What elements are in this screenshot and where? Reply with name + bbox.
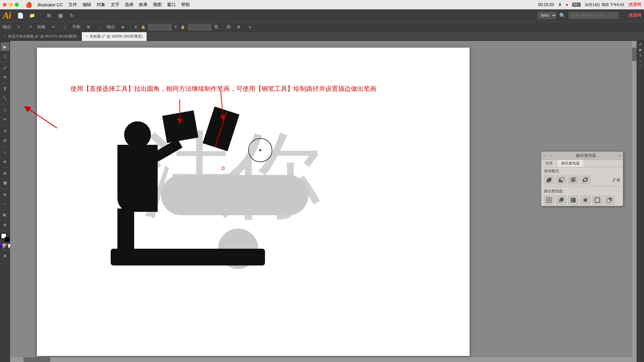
- minimize-window-btn[interactable]: [9, 3, 13, 7]
- fill-stroke-swatches[interactable]: [1, 233, 9, 242]
- stroke-swatch[interactable]: [5, 237, 9, 242]
- intersect-btn[interactable]: [568, 176, 578, 184]
- curvature-tool[interactable]: ≋: [1, 73, 9, 81]
- annotation-text: 使用【直接选择工具】拉出圆角，相同方法继续制作笔画，可使用【钢笔工具】绘制路径并…: [70, 84, 376, 93]
- rotate-tool[interactable]: ↺: [1, 127, 9, 135]
- rotate-btn[interactable]: ↻: [67, 11, 76, 20]
- close-window-btn[interactable]: [3, 3, 7, 7]
- right-panel-btn-4[interactable]: ○: [639, 59, 642, 63]
- v-scrollbar[interactable]: [632, 41, 637, 362]
- measure-tool[interactable]: ↔: [1, 199, 9, 208]
- view-menu[interactable]: 视图: [153, 2, 162, 8]
- toolbar-sep-1: [40, 12, 41, 19]
- record-icon: ●: [566, 2, 568, 7]
- gradient-btn[interactable]: [3, 244, 7, 248]
- v-scrollbar-thumb[interactable]: [632, 48, 637, 61]
- transform-btn[interactable]: ⊞: [234, 23, 243, 32]
- h-scrollbar[interactable]: [10, 357, 637, 362]
- file-menu[interactable]: 文件: [68, 2, 77, 8]
- merge-btn[interactable]: [568, 196, 578, 204]
- app-name-menu[interactable]: Illustrator CC: [38, 2, 63, 7]
- view-mode-btn[interactable]: ▦: [56, 11, 65, 20]
- panel-close-btn[interactable]: ×: [543, 154, 547, 158]
- open-btn[interactable]: 📁: [28, 11, 36, 20]
- window-menu[interactable]: 窗口: [167, 2, 176, 8]
- tool-sep-5: [2, 146, 8, 146]
- outline-btn[interactable]: [592, 196, 602, 204]
- color-btn[interactable]: [0, 244, 2, 248]
- pen-tool[interactable]: 🖊: [1, 63, 9, 72]
- h-scrollbar-thumb[interactable]: [23, 357, 50, 362]
- free-transform-tool[interactable]: ⊕: [1, 157, 9, 166]
- exclude-btn[interactable]: [580, 176, 590, 184]
- direct-select-tool[interactable]: ◻: [1, 52, 9, 60]
- select-tool[interactable]: ▶: [1, 42, 9, 51]
- minus-back-btn[interactable]: [604, 196, 614, 204]
- eyedropper-tool[interactable]: ⊕: [1, 190, 9, 199]
- toolbar-arrow-svg: [10, 48, 70, 135]
- warp-tool[interactable]: ≈: [1, 148, 9, 157]
- artboard-btn[interactable]: ⊞: [45, 11, 53, 20]
- notification-badge[interactable]: 99+: [572, 3, 581, 7]
- panel-tab-pathfinder[interactable]: 路径查找器: [557, 160, 584, 167]
- panel-expand-btn[interactable]: —: [549, 154, 553, 158]
- divide-btn[interactable]: [544, 196, 554, 204]
- tab-0-close[interactable]: ×: [4, 35, 6, 38]
- svg-rect-22: [584, 198, 587, 202]
- tab-1-close[interactable]: ×: [86, 35, 88, 38]
- graph-tool[interactable]: ▦: [1, 178, 9, 187]
- align-btn[interactable]: ≡: [246, 23, 254, 32]
- expand-label[interactable]: 扩展: [613, 178, 620, 183]
- handle-align-btn[interactable]: ↕: [95, 23, 104, 32]
- apple-menu[interactable]: 🍎: [25, 2, 32, 8]
- zoom-out-tool[interactable]: 🔍: [1, 211, 9, 220]
- type-menu[interactable]: 文字: [111, 2, 119, 8]
- right-panel-btn-5[interactable]: □: [639, 64, 642, 68]
- left-toolbar: ▶ ◻ 🖊 ≋ T ╲ □ ✏ ↺ ⇄ ≈ ⊕ ⊞ ▦ ⊕ ↔ 🔍 ⊕: [0, 41, 10, 362]
- tab-1[interactable]: × 未标题-1* @ 1600% (RGB/预览): [82, 32, 147, 41]
- mirror-tool[interactable]: ⇄: [1, 136, 9, 145]
- zoom-in-tool[interactable]: ⊕: [1, 221, 9, 229]
- tab-1-label[interactable]: 未标题-1* @ 1600% (RGB/预览): [90, 34, 143, 39]
- anchor2-label: 锚点:: [107, 24, 116, 30]
- panel-tab-align[interactable]: 对齐: [541, 160, 557, 167]
- x-value-input[interactable]: 317.504 p: [148, 24, 172, 31]
- anchor-remove-btn[interactable]: ◈: [118, 23, 127, 32]
- crop-btn[interactable]: [580, 196, 590, 204]
- minus-front-btn[interactable]: [556, 176, 566, 184]
- anchor-type-btn[interactable]: ↖: [14, 23, 23, 32]
- adobe-search-input[interactable]: [569, 12, 619, 19]
- line-tool[interactable]: ╲: [1, 94, 9, 103]
- corner-type-btn[interactable]: □: [61, 23, 69, 32]
- effect-menu[interactable]: 效果: [139, 2, 148, 8]
- edit-menu[interactable]: 编辑: [83, 2, 91, 8]
- right-panel: A ▶ ≡ ○ □: [637, 41, 644, 362]
- gray-blob-arm: [161, 175, 309, 215]
- tool-sep-1: [2, 62, 8, 62]
- type-tool[interactable]: T: [1, 84, 9, 93]
- artboard-tool[interactable]: ⊞: [1, 251, 9, 260]
- rectangle-tool[interactable]: □: [1, 106, 9, 114]
- new-doc-btn[interactable]: 📄: [16, 11, 25, 20]
- handle-btn[interactable]: ⊞: [84, 23, 93, 32]
- smooth-anchor-btn[interactable]: ↗: [26, 23, 35, 32]
- help-menu[interactable]: 帮助: [181, 2, 190, 8]
- y-value-input[interactable]: 224.17 px: [188, 24, 211, 31]
- canvas-area[interactable]: 法你 使用【直接选择工具】拉出圆角，相同方法继续制作笔画，可使用【钢笔工具】绘制…: [10, 41, 637, 362]
- symbol-tool[interactable]: ⊞: [1, 169, 9, 178]
- tab-0[interactable]: × 标志字体全能备.ai* @ 66.67% (RGB/预览): [0, 32, 82, 41]
- paintbrush-tool[interactable]: ✏: [1, 115, 9, 124]
- unite-btn[interactable]: [544, 176, 554, 184]
- right-panel-btn-3[interactable]: ≡: [639, 53, 641, 57]
- tab-0-label[interactable]: 标志字体全能备.ai* @ 66.67% (RGB/预览): [8, 34, 77, 39]
- workspace-dropdown[interactable]: Web: [537, 12, 556, 19]
- right-panel-btn-2[interactable]: ▶: [639, 48, 642, 52]
- select-menu[interactable]: 选择: [125, 2, 133, 8]
- svg-rect-20: [571, 198, 576, 202]
- object-menu[interactable]: 对象: [97, 2, 105, 8]
- panel-menu-btn[interactable]: ≡: [619, 154, 621, 158]
- maximize-window-btn[interactable]: [15, 3, 19, 7]
- right-panel-btn-1[interactable]: A: [639, 42, 642, 46]
- pen-convert-btn[interactable]: ✏: [49, 23, 58, 32]
- trim-btn[interactable]: [556, 196, 566, 204]
